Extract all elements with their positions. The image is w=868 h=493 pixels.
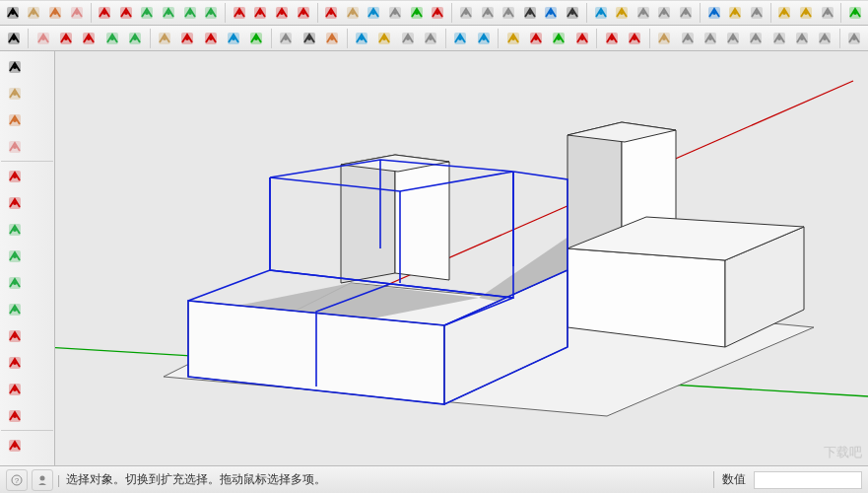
axes-icon[interactable]	[542, 2, 562, 24]
scale-icon[interactable]	[407, 2, 427, 24]
move-icon[interactable]	[321, 2, 341, 24]
pan-icon[interactable]	[612, 2, 632, 24]
3d-text-icon[interactable]	[563, 2, 582, 24]
make-component-icon[interactable]	[25, 2, 44, 24]
solid-column-center[interactable]	[341, 155, 449, 283]
plugin-1-icon[interactable]	[502, 28, 523, 49]
line-tool-icon[interactable]	[2, 164, 27, 188]
extension-a-icon[interactable]	[845, 2, 865, 24]
model-1-icon[interactable]	[654, 28, 675, 49]
undo-icon[interactable]	[450, 28, 471, 49]
zoom-extents-icon[interactable]	[676, 2, 696, 24]
status-user-icon[interactable]	[32, 469, 53, 491]
tape-measure-icon[interactable]	[456, 2, 476, 24]
shape-icon[interactable]	[101, 28, 122, 49]
paint-icon[interactable]	[321, 28, 342, 49]
shape-2-icon[interactable]	[124, 28, 145, 49]
render-1-icon[interactable]	[601, 28, 622, 49]
pencil-icon[interactable]	[56, 28, 77, 49]
offset-sm-icon[interactable]	[177, 28, 198, 49]
svg-point-81	[64, 36, 68, 40]
svg-point-83	[87, 36, 91, 40]
model-2-icon[interactable]	[677, 28, 698, 49]
follow-me-icon[interactable]	[385, 2, 405, 24]
dimension-icon[interactable]	[478, 2, 498, 24]
freehand-icon[interactable]	[116, 2, 136, 24]
rotated-rect-tool-icon[interactable]	[2, 244, 27, 268]
rect-tool-icon[interactable]	[2, 217, 27, 242]
house-4-icon[interactable]	[768, 28, 789, 49]
eraser-tool-icon[interactable]	[2, 134, 27, 159]
move-tool-icon[interactable]	[2, 433, 27, 458]
pan-sm-icon[interactable]	[374, 28, 395, 49]
rotate-sm-icon[interactable]	[223, 28, 243, 49]
plugin-2-icon[interactable]	[525, 28, 546, 49]
zoom-ext-icon[interactable]	[420, 28, 440, 49]
redo-icon[interactable]	[473, 28, 494, 49]
paint-bucket-icon[interactable]	[45, 2, 65, 24]
pie-tool-icon[interactable]	[2, 403, 27, 428]
arc-3pt-icon[interactable]	[272, 2, 292, 24]
svg-point-33	[371, 11, 375, 15]
component-tool-icon[interactable]	[2, 81, 27, 106]
text-label-icon[interactable]	[299, 28, 319, 49]
zoom-icon[interactable]	[634, 2, 653, 24]
circle-icon[interactable]	[180, 2, 200, 24]
protractor-icon[interactable]	[499, 2, 518, 24]
push-icon[interactable]	[155, 28, 175, 49]
svg-point-109	[406, 36, 410, 40]
walk-icon[interactable]	[747, 2, 767, 24]
offset-icon[interactable]	[429, 2, 448, 24]
section-plane-icon[interactable]	[774, 2, 794, 24]
tape-icon[interactable]	[276, 28, 297, 49]
arc-tool-icon[interactable]	[79, 28, 100, 49]
plugin-3-icon[interactable]	[549, 28, 569, 49]
arc-tool-b-icon[interactable]	[2, 350, 27, 375]
move-sm-icon[interactable]	[200, 28, 221, 49]
plugin-4-icon[interactable]	[571, 28, 592, 49]
section-cuts-icon[interactable]	[818, 2, 837, 24]
measurement-input[interactable]	[754, 471, 862, 489]
polygon-icon[interactable]	[202, 2, 222, 24]
section-display-icon[interactable]	[796, 2, 816, 24]
position-camera-icon[interactable]	[704, 2, 724, 24]
orbit-sm-icon[interactable]	[352, 28, 372, 49]
render-2-icon[interactable]	[624, 28, 644, 49]
arc-2pt-icon[interactable]	[251, 2, 271, 24]
zoom-window-icon[interactable]	[655, 2, 675, 24]
eraser-sm-icon[interactable]	[33, 28, 53, 49]
house-3-icon[interactable]	[746, 28, 767, 49]
select-tool-icon[interactable]	[2, 54, 27, 79]
scale-sm-icon[interactable]	[246, 28, 267, 49]
box-1-icon[interactable]	[791, 28, 812, 49]
eraser-icon[interactable]	[67, 2, 87, 24]
svg-point-151	[13, 118, 17, 122]
paint-tool-icon[interactable]	[2, 107, 27, 132]
circle-tool-icon[interactable]	[2, 270, 27, 295]
pie-icon[interactable]	[294, 2, 313, 24]
box-2-icon[interactable]	[815, 28, 835, 49]
rotate-icon[interactable]	[365, 2, 384, 24]
orbit-icon[interactable]	[591, 2, 611, 24]
svg-point-97	[254, 36, 258, 40]
zoom-sm-icon[interactable]	[397, 28, 418, 49]
rectangle-icon[interactable]	[138, 2, 158, 24]
viewport-3d[interactable]	[55, 51, 868, 465]
status-help-icon[interactable]: ?	[6, 469, 28, 491]
push-pull-icon[interactable]	[343, 2, 363, 24]
layers-icon[interactable]	[844, 28, 865, 49]
select-arrow-icon[interactable]	[3, 28, 24, 49]
svg-point-41	[464, 11, 468, 15]
look-around-icon[interactable]	[725, 2, 745, 24]
line-icon[interactable]	[95, 2, 114, 24]
arc-icon[interactable]	[230, 2, 249, 24]
freehand-tool-icon[interactable]	[2, 190, 27, 215]
text-icon[interactable]	[520, 2, 540, 24]
polygon-tool-icon[interactable]	[2, 297, 27, 321]
arc-tool-a-icon[interactable]	[2, 323, 27, 348]
rotated-rect-icon[interactable]	[159, 2, 178, 24]
arc-tool-c-icon[interactable]	[2, 377, 27, 401]
house-1-icon[interactable]	[700, 28, 720, 49]
select-icon[interactable]	[3, 2, 23, 24]
house-2-icon[interactable]	[722, 28, 743, 49]
